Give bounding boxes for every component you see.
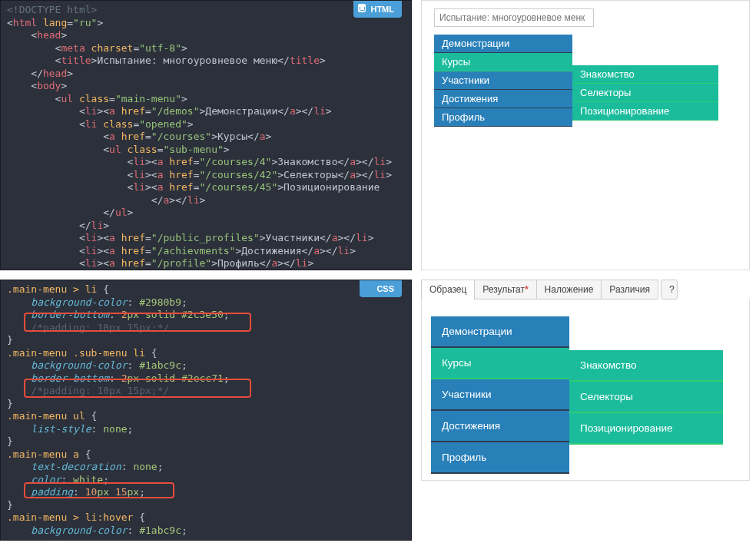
sample-view: Демонстрации Курсы Участники Достижения …	[421, 300, 750, 481]
menu-item[interactable]: Участники	[431, 379, 569, 411]
menu-item-open[interactable]: Курсы	[434, 53, 572, 71]
preview-pane: Испытание: многоуровневое менк Демонстра…	[421, 0, 750, 270]
tab-diff[interactable]: Различия	[601, 280, 658, 300]
css-code[interactable]: .main-menu > li { background-color: #298…	[7, 283, 405, 537]
html-code[interactable]: <!DOCTYPE html> <html lang="ru"> <head> …	[7, 4, 405, 270]
submenu-item[interactable]: Позиционирование	[572, 102, 718, 121]
css-badge: CSS	[360, 280, 402, 297]
tab-sample[interactable]: Образец	[421, 280, 475, 300]
submenu-item[interactable]: Знакомство	[572, 65, 718, 84]
menu-item[interactable]: Достижения	[434, 90, 572, 108]
tab-overlay[interactable]: Наложение	[536, 280, 602, 300]
css-editor[interactable]: CSS .main-menu > li { background-color: …	[0, 280, 412, 541]
tab-result[interactable]: Результат*	[474, 280, 536, 300]
sample-menu: Демонстрации Курсы Участники Достижения …	[431, 316, 743, 474]
preview-menu: Демонстрации Курсы Участники Достижения …	[434, 35, 743, 127]
title-input[interactable]: Испытание: многоуровневое менк	[434, 8, 594, 27]
menu-item[interactable]: Участники	[434, 71, 572, 90]
result-panel: Образец Результат* Наложение Различия ? …	[421, 280, 750, 541]
menu-item-open[interactable]: Курсы	[431, 348, 569, 379]
title-input-row: Испытание: многоуровневое менк	[428, 7, 743, 31]
menu-item[interactable]: Профиль	[434, 108, 572, 127]
menu-item[interactable]: Достижения	[431, 411, 569, 442]
submenu-item[interactable]: Позиционирование	[569, 413, 723, 445]
menu-item[interactable]: Демонстрации	[431, 316, 569, 348]
submenu-item[interactable]: Селекторы	[572, 84, 718, 102]
submenu-item[interactable]: Знакомство	[569, 350, 723, 382]
submenu: Знакомство Селекторы Позиционирование	[569, 350, 723, 445]
menu-item[interactable]: Демонстрации	[434, 35, 572, 53]
html-badge: HTML	[353, 1, 402, 18]
tabs-row: Образец Результат* Наложение Различия ?	[421, 280, 750, 300]
menu-item[interactable]: Профиль	[431, 442, 569, 474]
submenu: Знакомство Селекторы Позиционирование	[572, 65, 718, 121]
help-button[interactable]: ?	[661, 280, 678, 300]
submenu-item[interactable]: Селекторы	[569, 382, 723, 413]
html-editor[interactable]: HTML <!DOCTYPE html> <html lang="ru"> <h…	[0, 0, 412, 270]
